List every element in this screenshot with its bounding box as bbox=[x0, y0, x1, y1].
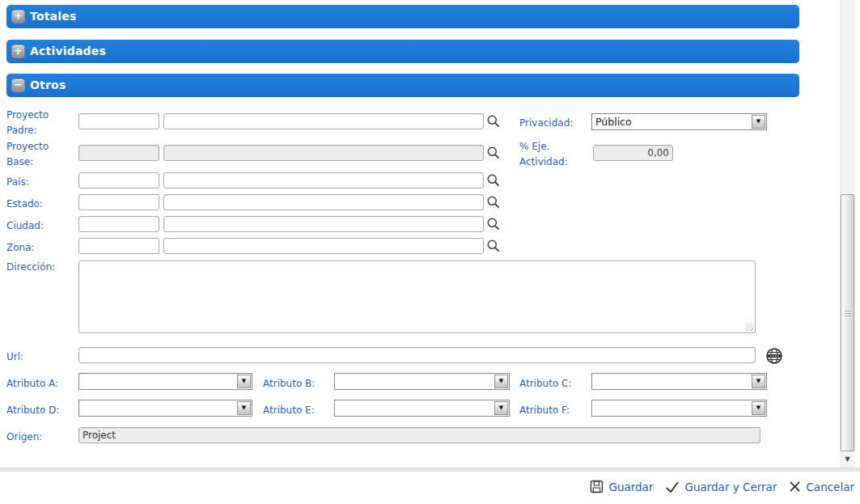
estado-label: Estado: bbox=[6, 197, 78, 212]
globe-icon[interactable] bbox=[765, 346, 784, 366]
section-header-otros[interactable]: − Otros bbox=[6, 74, 799, 97]
proyecto-base-code-input bbox=[78, 145, 159, 161]
chevron-down-icon[interactable]: ▼ bbox=[752, 375, 765, 388]
chevron-down-icon[interactable]: ▼ bbox=[494, 375, 508, 388]
proyecto-base-search-icon[interactable] bbox=[486, 146, 501, 160]
collapse-icon[interactable]: − bbox=[11, 78, 25, 92]
pais-name-input[interactable] bbox=[163, 172, 484, 188]
resize-grip-icon[interactable] bbox=[745, 323, 753, 331]
footer-toolbar: Guardar Guardar y Cerrar Cancelar bbox=[590, 480, 854, 493]
atributo-d-select[interactable]: ▼ bbox=[78, 400, 252, 417]
expand-icon[interactable]: + bbox=[11, 44, 25, 58]
estado-code-input[interactable] bbox=[78, 194, 159, 210]
atributo-a-label: Atributo A: bbox=[6, 376, 78, 392]
estado-name-input[interactable] bbox=[163, 194, 484, 210]
estado-search-icon[interactable] bbox=[486, 195, 501, 210]
ciudad-name-input[interactable] bbox=[163, 216, 484, 232]
atributo-f-select[interactable]: ▼ bbox=[591, 400, 767, 417]
zona-search-icon[interactable] bbox=[486, 239, 501, 253]
save-icon bbox=[590, 480, 604, 493]
scrollbar-grip-icon bbox=[845, 311, 851, 318]
direccion-textarea[interactable] bbox=[78, 260, 756, 333]
section-title: Otros bbox=[30, 78, 66, 91]
cancel-button[interactable]: Cancelar bbox=[789, 481, 854, 493]
ciudad-code-input[interactable] bbox=[78, 216, 159, 232]
chevron-down-icon[interactable]: ▼ bbox=[752, 115, 765, 129]
atributo-c-selected-value bbox=[592, 374, 766, 375]
chevron-down-icon[interactable]: ▼ bbox=[237, 375, 251, 388]
pct-eje-actividad-input bbox=[593, 145, 673, 161]
zona-name-input[interactable] bbox=[163, 238, 484, 254]
atributo-b-label: Atributo B: bbox=[263, 376, 334, 392]
atributo-b-select[interactable]: ▼ bbox=[334, 373, 510, 390]
ciudad-search-icon[interactable] bbox=[486, 217, 501, 231]
save-and-close-button[interactable]: Guardar y Cerrar bbox=[665, 481, 777, 493]
chevron-down-icon[interactable]: ▼ bbox=[494, 401, 508, 415]
section-header-actividades[interactable]: + Actividades bbox=[6, 40, 799, 63]
atributo-e-select[interactable]: ▼ bbox=[334, 400, 510, 417]
privacidad-select[interactable]: Público ▼ bbox=[591, 113, 767, 130]
proyecto-base-name-input bbox=[163, 145, 484, 161]
form-page: + Totales + Actividades − Otros Proyecto… bbox=[0, 0, 860, 504]
chevron-down-icon[interactable]: ▼ bbox=[752, 401, 765, 415]
atributo-f-label: Atributo F: bbox=[519, 403, 591, 418]
direccion-label: Dirección: bbox=[6, 260, 78, 275]
pct-eje-actividad-label: % Eje. Actividad: bbox=[519, 139, 591, 169]
zona-label: Zona: bbox=[6, 240, 78, 256]
close-icon bbox=[789, 481, 801, 493]
atributo-d-label: Atributo D: bbox=[6, 403, 78, 418]
pais-label: País: bbox=[6, 175, 78, 190]
origen-input bbox=[78, 427, 760, 443]
zona-code-input[interactable] bbox=[78, 238, 159, 254]
proyecto-base-label: Proyecto Base: bbox=[6, 139, 78, 169]
cancel-button-label: Cancelar bbox=[806, 481, 854, 493]
save-button-label: Guardar bbox=[608, 481, 653, 493]
section-header-totales[interactable]: + Totales bbox=[6, 5, 799, 28]
origen-label: Origen: bbox=[6, 430, 78, 445]
url-input[interactable] bbox=[78, 347, 756, 363]
proyecto-padre-label: Proyecto Padre: bbox=[6, 108, 78, 138]
atributo-a-select[interactable]: ▼ bbox=[78, 373, 252, 390]
proyecto-padre-name-input[interactable] bbox=[163, 113, 484, 129]
chevron-down-icon[interactable]: ▼ bbox=[237, 401, 251, 415]
pais-search-icon[interactable] bbox=[486, 173, 501, 188]
atributo-f-selected-value bbox=[592, 400, 766, 402]
privacidad-label: Privacidad: bbox=[519, 116, 591, 131]
atributo-e-label: Atributo E: bbox=[263, 403, 334, 418]
atributo-c-select[interactable]: ▼ bbox=[591, 373, 767, 390]
url-label: Url: bbox=[6, 349, 78, 365]
scroll-down-arrow-icon: ▼ bbox=[840, 452, 855, 467]
atributo-c-label: Atributo C: bbox=[519, 376, 591, 392]
save-button[interactable]: Guardar bbox=[590, 480, 653, 493]
footer-separator bbox=[0, 468, 860, 472]
proyecto-padre-code-input[interactable] bbox=[78, 113, 159, 129]
ciudad-label: Ciudad: bbox=[6, 218, 78, 234]
atributo-e-selected-value bbox=[335, 400, 509, 402]
vertical-scrollbar-thumb[interactable] bbox=[841, 194, 854, 451]
scrollbar-down-button[interactable]: ▼ bbox=[840, 452, 855, 467]
atributo-a-selected-value bbox=[79, 374, 252, 375]
proyecto-padre-search-icon[interactable] bbox=[486, 114, 501, 129]
atributo-d-selected-value bbox=[79, 400, 252, 402]
pais-code-input[interactable] bbox=[78, 172, 159, 188]
save-and-close-button-label: Guardar y Cerrar bbox=[684, 481, 777, 493]
section-title: Actividades bbox=[30, 44, 106, 57]
check-icon bbox=[665, 481, 680, 493]
atributo-b-selected-value bbox=[335, 374, 509, 375]
privacidad-selected-value: Público bbox=[592, 114, 766, 128]
section-title: Totales bbox=[30, 10, 76, 23]
expand-icon[interactable]: + bbox=[11, 10, 25, 23]
